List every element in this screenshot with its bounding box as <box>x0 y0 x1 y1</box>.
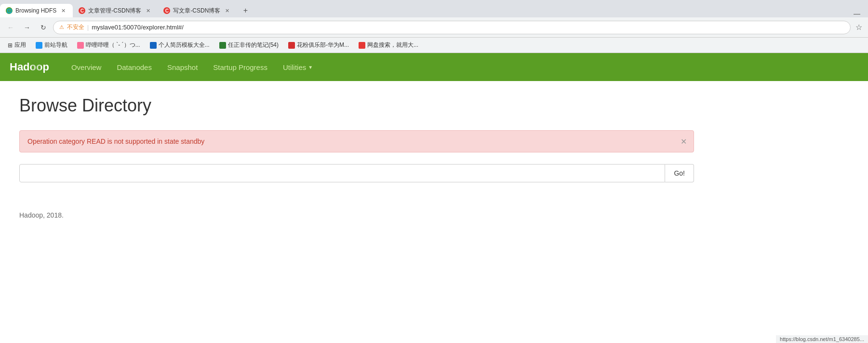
bookmark-apps[interactable]: ⊞ 应用 <box>4 40 30 50</box>
tab1-close[interactable]: ✕ <box>59 7 67 14</box>
tab2-title: 文章管理-CSDN博客 <box>88 7 141 15</box>
bookmark-huawei[interactable]: 花粉俱乐部-华为M... <box>284 40 353 50</box>
notes-icon <box>219 42 226 49</box>
tab-csdn-write[interactable]: C 写文章-CSDN博客 ✕ <box>158 4 237 17</box>
new-tab-button[interactable]: + <box>239 4 252 17</box>
tab-browsing-hdfs[interactable]: 🌐 Browsing HDFS ✕ <box>0 4 73 17</box>
tab3-favicon: C <box>163 7 170 14</box>
tab1-title: Browsing HDFS <box>15 7 56 14</box>
nav-startup-progress[interactable]: Startup Progress <box>205 55 275 80</box>
hadoop-navbar: Hadoop Overview Datanodes Snapshot Start… <box>0 53 868 81</box>
hadoop-brand: Hadoop <box>10 61 49 73</box>
alert-close-button[interactable]: ✕ <box>681 137 687 146</box>
browser-chrome: 🌐 Browsing HDFS ✕ C 文章管理-CSDN博客 ✕ C 写文章-… <box>0 0 868 53</box>
chevron-down-icon: ▼ <box>308 65 313 70</box>
huawei-icon <box>288 42 295 49</box>
tab1-favicon: 🌐 <box>6 7 13 14</box>
apps-icon: ⊞ <box>8 42 13 49</box>
tab2-favicon: C <box>79 7 85 14</box>
forward-button[interactable]: → <box>20 21 34 34</box>
address-input-container[interactable]: ⚠ 不安全 | myslave01:50070/explorer.html#/ <box>53 21 851 34</box>
search-icon <box>359 42 365 49</box>
bookmark-notes-label: 任正非传的笔记(54) <box>228 41 279 49</box>
tab3-title: 写文章-CSDN博客 <box>173 7 220 15</box>
nav-datanodes[interactable]: Datanodes <box>109 55 160 80</box>
bookmark-nav[interactable]: 前站导航 <box>32 40 71 50</box>
bilibili-icon <box>77 42 84 49</box>
bookmark-bilibili[interactable]: 哔哩哔哩（ `- ´）つ... <box>73 40 144 50</box>
back-button[interactable]: ← <box>4 21 17 34</box>
nav-overview[interactable]: Overview <box>64 55 109 80</box>
tab2-close[interactable]: ✕ <box>144 7 152 14</box>
address-text: myslave01:50070/explorer.html#/ <box>92 24 184 31</box>
nav-snapshot[interactable]: Snapshot <box>160 55 205 80</box>
go-button[interactable]: Go! <box>665 164 694 182</box>
tab-bar: 🌐 Browsing HDFS ✕ C 文章管理-CSDN博客 ✕ C 写文章-… <box>0 0 868 17</box>
tab-csdn-manage[interactable]: C 文章管理-CSDN博客 ✕ <box>73 4 158 17</box>
resume-icon <box>150 42 157 49</box>
bookmark-apps-label: 应用 <box>14 41 26 49</box>
bookmark-resume-label: 个人简历模板大全... <box>159 41 210 49</box>
address-separator: | <box>87 24 89 31</box>
alert-message: Operation category READ is not supported… <box>27 137 204 145</box>
bookmark-bilibili-label: 哔哩哔哩（ `- ´）つ... <box>86 41 140 49</box>
main-content: Browse Directory Operation category READ… <box>0 81 868 284</box>
bookmark-search-label: 网盘搜索，就用大... <box>367 41 418 49</box>
window-controls: — <box>850 10 868 17</box>
directory-form: Go! <box>19 164 694 182</box>
minimize-button[interactable]: — <box>850 10 864 17</box>
nav-icon <box>36 42 42 49</box>
tab3-close[interactable]: ✕ <box>223 7 231 14</box>
nav-links: Overview Datanodes Snapshot Startup Prog… <box>64 55 320 80</box>
directory-input[interactable] <box>19 164 665 182</box>
bookmark-star[interactable]: ☆ <box>854 23 864 32</box>
nav-utilities[interactable]: Utilities ▼ <box>275 55 320 80</box>
footer-text: Hadoop, 2018. <box>19 211 849 219</box>
bookmarks-bar: ⊞ 应用 前站导航 哔哩哔哩（ `- ´）つ... 个人简历模板大全... 任正… <box>0 38 868 53</box>
bookmark-notes[interactable]: 任正非传的笔记(54) <box>215 40 282 50</box>
security-icon: ⚠ <box>59 24 64 30</box>
decorative-element <box>31 57 41 76</box>
bookmark-huawei-label: 花粉俱乐部-华为M... <box>297 41 349 49</box>
alert-danger: Operation category READ is not supported… <box>19 130 694 152</box>
address-bar: ← → ↻ ⚠ 不安全 | myslave01:50070/explorer.h… <box>0 17 868 38</box>
bookmark-resume[interactable]: 个人简历模板大全... <box>146 40 214 50</box>
bookmark-nav-label: 前站导航 <box>44 41 67 49</box>
nav-utilities-label: Utilities <box>283 63 306 71</box>
reload-button[interactable]: ↻ <box>37 21 50 34</box>
security-label: 不安全 <box>67 23 84 31</box>
page-title: Browse Directory <box>19 96 849 116</box>
bookmark-search[interactable]: 网盘搜索，就用大... <box>355 40 422 50</box>
